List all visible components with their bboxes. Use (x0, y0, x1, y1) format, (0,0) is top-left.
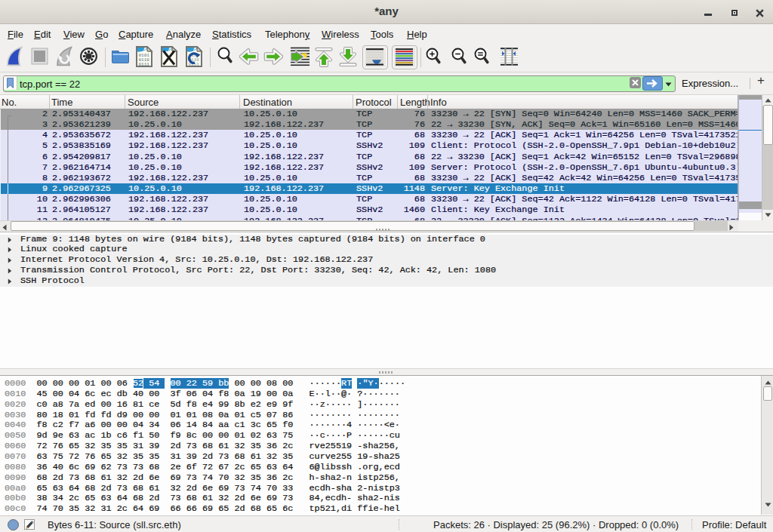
svg-text:0111: 0111 (139, 62, 150, 67)
